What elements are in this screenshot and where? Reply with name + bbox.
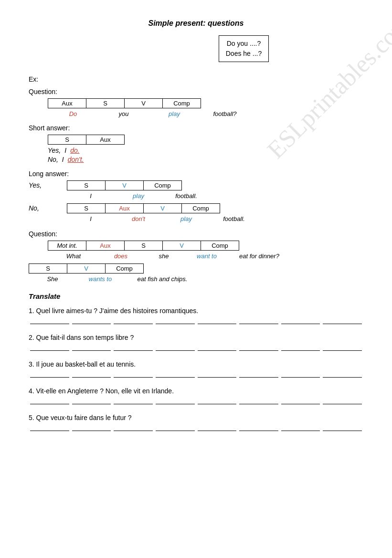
q2-header-aux: Aux xyxy=(86,241,125,251)
short-yes-aux: do. xyxy=(70,147,79,154)
long-no-val-s: I xyxy=(67,215,115,222)
long-no-header-s: S xyxy=(67,204,106,213)
translate-item-4: 4. Vit-elle en Angleterre ? Non, elle vi… xyxy=(29,387,363,404)
short-no-aux: don't. xyxy=(68,156,84,163)
resp-val-comp: eat fish and chips. xyxy=(124,275,201,283)
short-answer-table: S Aux xyxy=(48,135,125,145)
translate-title: Translate xyxy=(29,292,363,300)
translate-text-2: 2. Que fait-il dans son temps libre ? xyxy=(29,334,363,341)
short-no-s: I xyxy=(62,156,64,163)
example-line1: Do you ....? xyxy=(226,39,262,49)
translate-num-4: 4. xyxy=(29,387,36,395)
resp-val-v: wants to xyxy=(76,275,124,283)
question-label-2: Question: xyxy=(29,230,363,238)
translate-num-5: 5. xyxy=(29,414,36,421)
short-yes-pre: Yes, xyxy=(48,147,61,154)
q2-header-v: V xyxy=(163,241,201,251)
resp-header-comp: Comp xyxy=(106,264,144,274)
q2-val-s: she xyxy=(142,253,185,260)
long-no-header-v: V xyxy=(144,204,182,213)
q1-header-comp: Comp xyxy=(163,99,201,108)
long-yes-header-v: V xyxy=(106,181,144,190)
long-yes-header-comp: Comp xyxy=(144,181,182,190)
q1-val-v: play xyxy=(149,110,200,117)
q1-header-s: S xyxy=(86,99,125,108)
long-no-header-comp: Comp xyxy=(182,204,220,213)
q2-val-comp: eat for dinner? xyxy=(228,253,290,260)
translate-num-1: 1. xyxy=(29,307,36,315)
long-no-val-comp: football. xyxy=(210,215,258,222)
example-box: Do you ....? Does he ...? xyxy=(219,35,269,62)
short-answer-label: Short answer: xyxy=(29,124,363,132)
long-no-val-v: play xyxy=(162,215,210,222)
q2-val-motint: What xyxy=(48,253,99,260)
q2-header-s: S xyxy=(125,241,163,251)
response-table: S V Comp xyxy=(29,263,144,274)
q1-header-aux: Aux xyxy=(48,99,86,108)
q2-header-motint: Mot int. xyxy=(48,241,86,251)
q1-header-v: V xyxy=(125,99,163,108)
long-yes-table: S V Comp xyxy=(67,180,182,190)
translate-item-3: 3. Il joue au basket-ball et au tennis. xyxy=(29,360,363,378)
translate-text-4: 4. Vit-elle en Angleterre ? Non, elle vi… xyxy=(29,387,363,395)
translate-text-1: 1. Quel livre aimes-tu ? J'aime des hist… xyxy=(29,307,363,315)
long-no-header-aux: Aux xyxy=(106,204,144,213)
long-yes-val-comp: football. xyxy=(162,192,210,200)
translate-num-3: 3. xyxy=(29,360,36,368)
long-yes-label: Yes, xyxy=(29,180,67,189)
page-title: Simple present: questions xyxy=(29,19,363,28)
question-table-1: Aux S V Comp xyxy=(48,98,201,108)
q2-val-v: want to xyxy=(185,253,228,260)
answer-line-5[interactable] xyxy=(29,424,363,431)
question-table-2: Mot int. Aux S V Comp xyxy=(48,241,239,251)
q1-val-comp: football? xyxy=(200,110,250,117)
question-label-1: Question: xyxy=(29,88,363,95)
translate-item-5: 5. Que veux-tu faire dans le futur ? xyxy=(29,414,363,431)
long-yes-val-s: I xyxy=(67,192,115,200)
ex-label: Ex: xyxy=(29,75,363,83)
short-header-s: S xyxy=(48,135,86,145)
answer-line-1[interactable] xyxy=(29,317,363,324)
translate-item-1: 1. Quel livre aimes-tu ? J'aime des hist… xyxy=(29,307,363,324)
answer-line-3[interactable] xyxy=(29,371,363,378)
answer-line-4[interactable] xyxy=(29,398,363,404)
q1-val-aux: Do xyxy=(48,110,98,117)
translate-num-2: 2. xyxy=(29,334,36,341)
short-no-pre: No, xyxy=(48,156,58,163)
long-no-val-aux: don't xyxy=(115,215,162,222)
translate-text-3: 3. Il joue au basket-ball et au tennis. xyxy=(29,360,363,368)
q2-header-comp: Comp xyxy=(201,241,239,251)
short-header-aux: Aux xyxy=(86,135,125,145)
resp-header-s: S xyxy=(29,264,67,274)
long-yes-header-s: S xyxy=(67,181,106,190)
long-no-table: S Aux V Comp xyxy=(67,203,220,213)
translate-text-5: 5. Que veux-tu faire dans le futur ? xyxy=(29,414,363,421)
resp-header-v: V xyxy=(67,264,106,274)
q1-val-s: you xyxy=(98,110,149,117)
translate-item-2: 2. Que fait-il dans son temps libre ? xyxy=(29,334,363,351)
long-answer-label: Long answer: xyxy=(29,170,363,178)
example-line2: Does he ...? xyxy=(226,49,262,59)
answer-line-2[interactable] xyxy=(29,344,363,351)
long-yes-val-v: play xyxy=(115,192,162,200)
resp-val-s: She xyxy=(29,275,76,283)
q2-val-aux: does xyxy=(99,253,142,260)
long-no-label: No, xyxy=(29,203,67,212)
short-yes-s: I xyxy=(64,147,66,154)
